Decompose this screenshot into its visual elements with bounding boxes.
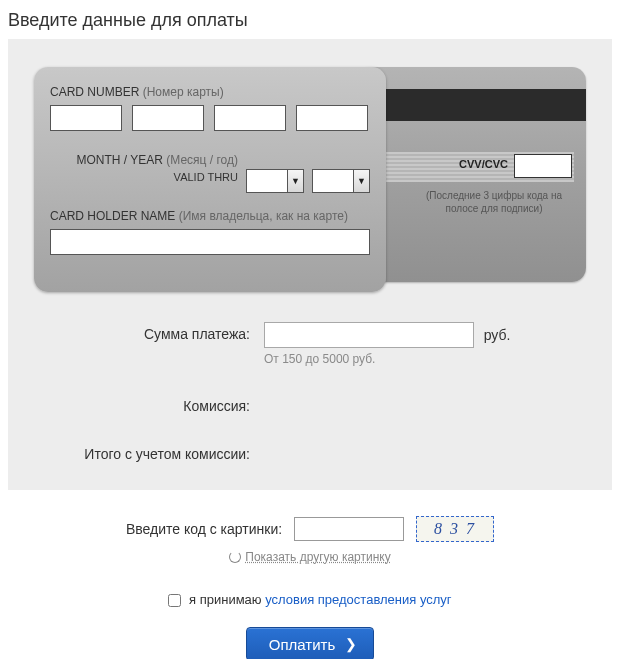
chevron-right-icon: ❯: [345, 636, 357, 652]
signature-area: CVV/CVC: [362, 152, 574, 184]
card-holder-input[interactable]: [50, 229, 370, 255]
commission-row: Комиссия:: [34, 394, 586, 414]
currency-label: руб.: [484, 327, 511, 343]
month-year-label-main: MONTH / YEAR: [76, 153, 162, 167]
card-holder-label-main: CARD HOLDER NAME: [50, 209, 175, 223]
terms-prefix: я принимаю: [189, 592, 265, 607]
pay-row: Оплатить ❯: [0, 627, 620, 659]
pay-button-label: Оплатить: [269, 636, 336, 653]
valid-thru-label: VALID THRU: [174, 171, 238, 183]
card-number-label-paren: (Номер карты): [143, 85, 224, 99]
magnetic-stripe: [356, 89, 586, 121]
month-year-label-paren: (Месяц / год): [166, 153, 238, 167]
captcha-block: Введите код с картинки: 8 3 7 Показать д…: [8, 516, 612, 564]
card-number-label: CARD NUMBER (Номер карты): [50, 85, 370, 99]
card-holder-block: CARD HOLDER NAME (Имя владельца, как на …: [50, 209, 370, 255]
pay-button[interactable]: Оплатить ❯: [246, 627, 375, 659]
cvv-input[interactable]: [514, 154, 572, 178]
amount-input[interactable]: [264, 322, 474, 348]
terms-checkbox[interactable]: [168, 594, 181, 607]
terms-row: я принимаю условия предоставления услуг: [0, 592, 620, 607]
page-title: Введите данные для оплаты: [0, 0, 620, 39]
cvv-hint: (Последние 3 цифры кода на полосе для по…: [414, 189, 574, 215]
amount-row: Сумма платежа: руб. От 150 до 5000 руб.: [34, 322, 586, 366]
card-number-label-main: CARD NUMBER: [50, 85, 139, 99]
expiry-month-value: [247, 170, 287, 192]
card-holder-label: CARD HOLDER NAME (Имя владельца, как на …: [50, 209, 370, 223]
chevron-down-icon: ▼: [353, 170, 369, 192]
card-number-1[interactable]: [50, 105, 122, 131]
card-area: CVV/CVC (Последние 3 цифры кода на полос…: [34, 67, 586, 292]
captcha-input[interactable]: [294, 517, 404, 541]
card-number-3[interactable]: [214, 105, 286, 131]
month-year-label: MONTH / YEAR (Месяц / год): [50, 153, 238, 167]
cvv-label: CVV/CVC: [459, 158, 508, 170]
card-back: CVV/CVC (Последние 3 цифры кода на полос…: [356, 67, 586, 282]
payment-panel: CVV/CVC (Последние 3 цифры кода на полос…: [8, 39, 612, 490]
captcha-label: Введите код с картинки:: [126, 521, 282, 537]
amount-label: Сумма платежа:: [34, 322, 264, 342]
captcha-refresh-link[interactable]: Показать другую картинку: [245, 550, 390, 564]
card-number-row: [50, 105, 370, 131]
commission-label: Комиссия:: [34, 394, 264, 414]
card-number-2[interactable]: [132, 105, 204, 131]
expiry-month-select[interactable]: ▼: [246, 169, 304, 193]
refresh-icon: [229, 551, 241, 563]
captcha-refresh-row: Показать другую картинку: [8, 550, 612, 564]
amount-hint: От 150 до 5000 руб.: [264, 352, 586, 366]
expiry-year-select[interactable]: ▼: [312, 169, 370, 193]
card-holder-label-paren: (Имя владельца, как на карте): [179, 209, 348, 223]
terms-link[interactable]: условия предоставления услуг: [265, 592, 451, 607]
valid-thru-row: MONTH / YEAR (Месяц / год) VALID THRU ▼ …: [50, 153, 370, 193]
chevron-down-icon: ▼: [287, 170, 303, 192]
total-label: Итого с учетом комиссии:: [34, 442, 264, 462]
expiry-year-value: [313, 170, 353, 192]
card-front: CARD NUMBER (Номер карты) MONTH / YEAR (…: [34, 67, 386, 292]
captcha-image: 8 3 7: [416, 516, 494, 542]
card-number-4[interactable]: [296, 105, 368, 131]
total-row: Итого с учетом комиссии:: [34, 442, 586, 462]
